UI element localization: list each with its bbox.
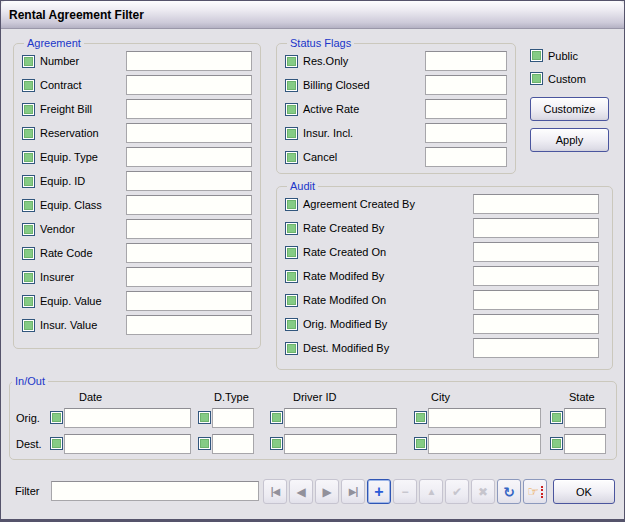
agreement-rate-code-input[interactable] — [126, 243, 252, 263]
prior-record-button[interactable]: ◀ — [289, 479, 313, 504]
orig-city-checkbox[interactable] — [414, 411, 427, 424]
agreement-insurer-checkbox[interactable] — [22, 271, 35, 284]
agreement-equip-value-input[interactable] — [126, 291, 252, 311]
customize-button[interactable]: Customize — [530, 97, 609, 121]
status-res-only-label: Res.Only — [303, 55, 348, 67]
audit-dest-modified-by-input[interactable] — [473, 338, 599, 358]
agreement-vendor-input[interactable] — [126, 219, 252, 239]
dest-state-checkbox[interactable] — [550, 437, 563, 450]
agreement-reservation-checkbox[interactable] — [22, 127, 35, 140]
post-edit-button[interactable]: ✔ — [445, 479, 469, 504]
audit-rate-modifed-by-input[interactable] — [473, 266, 599, 286]
cancel-edit-icon: ✖ — [478, 485, 488, 499]
lookup-button[interactable]: ☞ — [523, 479, 547, 504]
status-billing-closed-input[interactable] — [425, 75, 507, 95]
agreement-insur-value-input[interactable] — [126, 315, 252, 335]
audit-rate-modifed-on-checkbox[interactable] — [285, 294, 298, 307]
agreement-equip-type-checkbox[interactable] — [22, 151, 35, 164]
status-billing-closed-label: Billing Closed — [303, 79, 370, 91]
status-res-only-input[interactable] — [425, 51, 507, 71]
agreement-freight-bill-checkbox[interactable] — [22, 103, 35, 116]
first-record-button[interactable]: |◀ — [263, 479, 287, 504]
dest-date-input[interactable] — [64, 434, 191, 454]
dest-state-input[interactable] — [564, 434, 606, 454]
checkbox-checked-mark — [287, 320, 296, 329]
audit-rate-modifed-on-input[interactable] — [473, 290, 599, 310]
status-cancel-checkbox[interactable] — [285, 151, 298, 164]
apply-button[interactable]: Apply — [530, 128, 609, 152]
dest-driver-id-checkbox[interactable] — [270, 437, 283, 450]
agreement-number-checkbox[interactable] — [22, 55, 35, 68]
audit-orig-modified-by-checkbox[interactable] — [285, 318, 298, 331]
dest-city-input[interactable] — [428, 434, 541, 454]
orig-dtype-input[interactable] — [212, 408, 254, 428]
agreement-contract-checkbox[interactable] — [22, 79, 35, 92]
public-checkbox[interactable] — [530, 49, 543, 62]
refresh-button[interactable]: ↻ — [497, 479, 521, 504]
agreement-contract-input[interactable] — [126, 75, 252, 95]
agreement-equip-value-label: Equip. Value — [40, 295, 102, 307]
orig-date-input[interactable] — [64, 408, 191, 428]
dest-dtype-checkbox[interactable] — [198, 437, 211, 450]
audit-rate-created-on-checkbox[interactable] — [285, 246, 298, 259]
audit-rate-created-by-checkbox[interactable] — [285, 222, 298, 235]
status-insur-incl-checkbox[interactable] — [285, 127, 298, 140]
agreement-freight-bill-label: Freight Bill — [40, 103, 92, 115]
ok-button[interactable]: OK — [553, 479, 615, 504]
status-insur-incl-input[interactable] — [425, 123, 507, 143]
orig-driver-id-checkbox[interactable] — [270, 411, 283, 424]
agreement-equip-id-checkbox[interactable] — [22, 175, 35, 188]
audit-agreement-created-by-label: Agreement Created By — [303, 198, 415, 210]
agreement-rate-code-checkbox[interactable] — [22, 247, 35, 260]
orig-date-checkbox[interactable] — [50, 411, 63, 424]
audit-rate-modifed-by-checkbox[interactable] — [285, 270, 298, 283]
audit-agreement-created-by-input[interactable] — [473, 194, 599, 214]
audit-dest-modified-by-checkbox[interactable] — [285, 342, 298, 355]
agreement-equip-class-checkbox[interactable] — [22, 199, 35, 212]
last-record-button[interactable]: ▶| — [341, 479, 365, 504]
orig-city-input[interactable] — [428, 408, 541, 428]
audit-group: Audit Agreement Created By Rate Created … — [276, 180, 613, 370]
agreement-equip-value-checkbox[interactable] — [22, 295, 35, 308]
status-active-rate-checkbox[interactable] — [285, 103, 298, 116]
checkbox-checked-mark — [24, 57, 33, 66]
audit-agreement-created-by-checkbox[interactable] — [285, 198, 298, 211]
title-bar: Rental Agreement Filter — [1, 1, 624, 29]
public-label: Public — [548, 50, 578, 62]
custom-checkbox[interactable] — [530, 72, 543, 85]
audit-rate-created-by-input[interactable] — [473, 218, 599, 238]
orig-state-checkbox[interactable] — [550, 411, 563, 424]
filter-input[interactable] — [51, 481, 259, 501]
dest-city-checkbox[interactable] — [414, 437, 427, 450]
agreement-row: Vendor — [22, 217, 252, 241]
agreement-vendor-checkbox[interactable] — [22, 223, 35, 236]
dest-driver-id-input[interactable] — [284, 434, 397, 454]
agreement-insurer-input[interactable] — [126, 267, 252, 287]
agreement-insur-value-checkbox[interactable] — [22, 319, 35, 332]
status-cancel-input[interactable] — [425, 147, 507, 167]
status-res-only-checkbox[interactable] — [285, 55, 298, 68]
next-record-button[interactable]: ▶ — [315, 479, 339, 504]
audit-rate-created-on-input[interactable] — [473, 242, 599, 262]
orig-driver-id-input[interactable] — [284, 408, 397, 428]
agreement-equip-id-input[interactable] — [126, 171, 252, 191]
status-billing-closed-checkbox[interactable] — [285, 79, 298, 92]
edit-record-button[interactable]: ▲ — [419, 479, 443, 504]
dest-dtype-input[interactable] — [212, 434, 254, 454]
cancel-edit-button[interactable]: ✖ — [471, 479, 495, 504]
agreement-equip-class-input[interactable] — [126, 195, 252, 215]
delete-record-button[interactable]: − — [393, 479, 417, 504]
orig-state-input[interactable] — [564, 408, 606, 428]
agreement-reservation-input[interactable] — [126, 123, 252, 143]
agreement-number-input[interactable] — [126, 51, 252, 71]
status-active-rate-input[interactable] — [425, 99, 507, 119]
status-row: Insur. Incl. — [285, 121, 507, 145]
agreement-freight-bill-input[interactable] — [126, 99, 252, 119]
checkbox-checked-mark — [24, 201, 33, 210]
audit-orig-modified-by-input[interactable] — [473, 314, 599, 334]
agreement-equip-type-input[interactable] — [126, 147, 252, 167]
insert-record-button[interactable]: + — [367, 479, 391, 504]
checkbox-checked-mark — [200, 439, 209, 448]
orig-dtype-checkbox[interactable] — [198, 411, 211, 424]
dest-date-checkbox[interactable] — [50, 437, 63, 450]
